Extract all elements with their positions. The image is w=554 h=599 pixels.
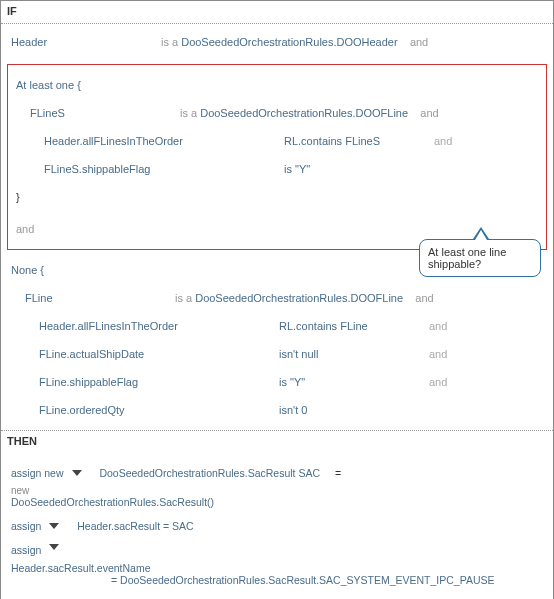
cond-op[interactable]: is	[279, 376, 287, 388]
then-row-assign: assign Header.sacResult.eventName = DooS…	[11, 538, 543, 592]
cond-op[interactable]: RL.contains	[279, 320, 337, 332]
cond-row: Header.allFLinesInTheOrder RL.contains F…	[39, 312, 543, 340]
fline-type[interactable]: DooSeededOrchestrationRules.DOOFLine	[195, 292, 403, 304]
and-text: and	[429, 376, 469, 388]
callout-box: At least one line shippable?	[419, 239, 541, 277]
at-least-open: At least one {	[16, 71, 538, 99]
cond-rhs[interactable]: "Y"	[290, 376, 305, 388]
cond-rhs[interactable]: "Y"	[295, 163, 310, 175]
and-text: and	[415, 292, 433, 304]
at-least-one-block: At least one { FLineS is a DooSeededOrch…	[7, 64, 547, 250]
cond-rhs[interactable]: FLine	[340, 320, 368, 332]
cond-row: FLine.orderedQty isn't 0	[39, 396, 543, 424]
then-row-assign: assign Header.sacResult = SAC	[11, 514, 543, 538]
and-text: and	[420, 107, 438, 119]
is-a-text: is a	[161, 36, 178, 48]
assign-lhs[interactable]: Header.sacResult.eventName	[11, 562, 495, 574]
fline-decl-row: FLine is a DooSeededOrchestrationRules.D…	[25, 284, 543, 312]
header-var[interactable]: Header	[11, 36, 161, 48]
assign-rhs[interactable]: = DooSeededOrchestrationRules.SacResult.…	[11, 574, 495, 586]
if-label: IF	[1, 1, 553, 24]
chevron-down-icon[interactable]	[49, 544, 59, 550]
cond-op[interactable]: isn't	[279, 404, 298, 416]
and-text: and	[410, 36, 428, 48]
then-label: THEN	[1, 430, 553, 453]
cond-rhs[interactable]: 0	[301, 404, 307, 416]
none-open-text[interactable]: None {	[11, 264, 44, 276]
header-decl-row: Header is a DooSeededOrchestrationRules.…	[11, 28, 543, 56]
rule-panel: IF Header is a DooSeededOrchestrationRul…	[0, 0, 554, 599]
cond-rhs[interactable]: FLineS	[345, 135, 380, 147]
assign-rhs[interactable]: DooSeededOrchestrationRules.SacResult()	[11, 496, 214, 508]
chevron-down-icon[interactable]	[72, 470, 82, 476]
cond-row: FLineS.shippableFlag is "Y"	[44, 155, 538, 183]
cond-op[interactable]: is	[284, 163, 292, 175]
cond-row: FLine.actualShipDate isn't null and	[39, 340, 543, 368]
flines-var[interactable]: FLineS	[30, 107, 180, 119]
new-label: new	[11, 485, 214, 496]
callout-tail-inner	[475, 230, 487, 240]
at-least-close: }	[16, 183, 538, 211]
and-text: and	[429, 320, 469, 332]
then-block: assign new DooSeededOrchestrationRules.S…	[1, 453, 553, 599]
then-row-assign: assign Header.sacResult.sacType = DooSee…	[11, 592, 543, 599]
then-row-assign-new: assign new DooSeededOrchestrationRules.S…	[11, 461, 543, 514]
header-type[interactable]: DooSeededOrchestrationRules.DOOHeader	[181, 36, 397, 48]
equals: =	[335, 467, 341, 479]
assign-menu[interactable]: assign	[11, 520, 41, 532]
fline-var[interactable]: FLine	[25, 292, 175, 304]
cond-lhs[interactable]: FLine.shippableFlag	[39, 376, 279, 388]
and-text: and	[429, 348, 469, 360]
assign-lhs[interactable]: DooSeededOrchestrationRules.SacResult SA…	[99, 467, 320, 479]
if-block: Header is a DooSeededOrchestrationRules.…	[1, 24, 553, 62]
cond-lhs[interactable]: FLineS.shippableFlag	[44, 163, 284, 175]
cond-lhs[interactable]: Header.allFLinesInTheOrder	[39, 320, 279, 332]
cond-rhs[interactable]: null	[301, 348, 318, 360]
is-a-text: is a	[175, 292, 192, 304]
chevron-down-icon[interactable]	[49, 523, 59, 529]
flines-type[interactable]: DooSeededOrchestrationRules.DOOFLine	[200, 107, 408, 119]
assign-menu[interactable]: assign	[11, 544, 41, 556]
none-block: None { FLine is a DooSeededOrchestration…	[1, 252, 553, 430]
cond-row: FLine.shippableFlag is "Y" and	[39, 368, 543, 396]
is-a-text: is a	[180, 107, 197, 119]
and-text: and	[434, 135, 474, 147]
assign-new-menu[interactable]: assign new	[11, 467, 64, 479]
assign-expr[interactable]: Header.sacResult = SAC	[77, 520, 193, 532]
cond-lhs[interactable]: FLine.orderedQty	[39, 404, 279, 416]
cond-lhs[interactable]: FLine.actualShipDate	[39, 348, 279, 360]
flines-decl-row: FLineS is a DooSeededOrchestrationRules.…	[30, 99, 538, 127]
cond-op[interactable]: isn't	[279, 348, 298, 360]
cond-lhs[interactable]: Header.allFLinesInTheOrder	[44, 135, 284, 147]
close-brace: }	[16, 191, 20, 203]
cond-row: Header.allFLinesInTheOrder RL.contains F…	[44, 127, 538, 155]
at-least-open-text[interactable]: At least one {	[16, 79, 81, 91]
cond-op[interactable]: RL.contains	[284, 135, 342, 147]
